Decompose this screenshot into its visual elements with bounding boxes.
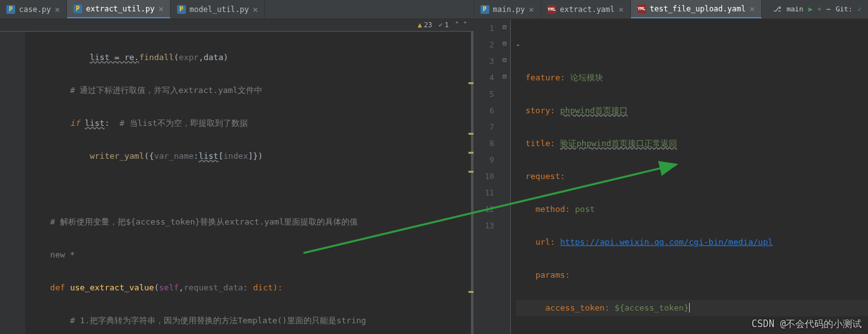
tab-label: model_util.py — [190, 5, 249, 14]
left-code[interactable]: list = re.findall(expr,data) # 通过下标进行取值，… — [25, 32, 474, 334]
fold-gutter[interactable]: ⊟⊟⊟⊟ — [499, 19, 511, 334]
left-gutter — [0, 32, 25, 334]
close-icon[interactable]: × — [158, 4, 163, 14]
python-icon: P — [6, 5, 15, 14]
tab-label: case.py — [19, 5, 51, 14]
ide-root: P case.py × P extract_util.py × P model_… — [0, 0, 868, 334]
tab-label: test_file_upload.yaml — [650, 4, 746, 13]
tab-extract-yaml[interactable]: YML extract.yaml × — [541, 0, 631, 18]
warning-icon: ▲ — [418, 21, 422, 29]
inspections-bar: ▲23 ✔1 ˄ ˅ — [0, 19, 474, 32]
git-label: Git: — [836, 5, 853, 13]
play-icon[interactable]: ▶ — [809, 5, 813, 13]
check-icon: ✔ — [439, 21, 443, 29]
left-pane: P case.py × P extract_util.py × P model_… — [0, 0, 474, 334]
yaml-icon: YML — [637, 4, 646, 13]
left-tabs: P case.py × P extract_util.py × P model_… — [0, 0, 474, 19]
python-icon: P — [73, 4, 82, 13]
left-scrollbar[interactable] — [471, 32, 474, 334]
chevron-up-down-icon[interactable]: ˄ ˅ — [455, 21, 467, 29]
tab-label: extract.yaml — [560, 5, 615, 14]
left-editor[interactable]: list = re.findall(expr,data) # 通过下标进行取值，… — [0, 32, 474, 334]
right-code[interactable]: - feature: 论坛模块 story: phpwind首页接口 title… — [511, 19, 868, 334]
branch-icon[interactable]: ⎇ — [773, 5, 781, 13]
more-run-icon[interactable]: ⋯ — [826, 5, 831, 13]
close-icon[interactable]: × — [529, 4, 534, 15]
right-pane: P main.py × YML extract.yaml × YML test_… — [474, 0, 868, 334]
close-icon[interactable]: × — [253, 4, 258, 15]
git-update-icon[interactable]: ✓ — [857, 5, 862, 13]
tab-test-file-upload-yaml[interactable]: YML test_file_upload.yaml × — [631, 0, 762, 18]
tab-case-py[interactable]: P case.py × — [0, 0, 67, 18]
watermark: CSDN @不会代码的小测试 — [752, 318, 862, 330]
top-toolbar: ⎇ main ▶ ⌖ ⋯ Git: ✓ — [767, 0, 868, 18]
tab-label: main.py — [493, 5, 525, 14]
branch-name[interactable]: main — [786, 5, 804, 13]
yaml-icon: YML — [547, 5, 556, 14]
close-icon[interactable]: × — [749, 4, 754, 14]
python-icon: P — [480, 5, 489, 14]
close-icon[interactable]: × — [55, 4, 60, 15]
tab-model-util-py[interactable]: P model_util.py × — [171, 0, 265, 18]
right-gutter: 12345678910111213 — [474, 19, 499, 334]
bug-icon[interactable]: ⌖ — [817, 5, 821, 13]
tab-extract-util-py[interactable]: P extract_util.py × — [67, 0, 171, 18]
new-annotation: new * — [50, 250, 75, 259]
close-icon[interactable]: × — [618, 4, 623, 15]
fold-icon[interactable]: ⊟ — [499, 52, 510, 68]
weak-warning-indicator[interactable]: ✔1 — [439, 21, 449, 29]
python-icon: P — [177, 5, 186, 14]
tab-main-py[interactable]: P main.py × — [474, 0, 541, 18]
warnings-indicator[interactable]: ▲23 — [418, 21, 432, 29]
fold-icon[interactable]: ⊟ — [499, 35, 510, 52]
tab-label: extract_util.py — [86, 4, 154, 13]
fold-icon[interactable]: ⊟ — [499, 68, 510, 85]
right-editor[interactable]: 12345678910111213 ⊟⊟⊟⊟ - feature: 论坛模块 s… — [474, 19, 868, 334]
fold-icon[interactable]: ⊟ — [499, 19, 510, 35]
